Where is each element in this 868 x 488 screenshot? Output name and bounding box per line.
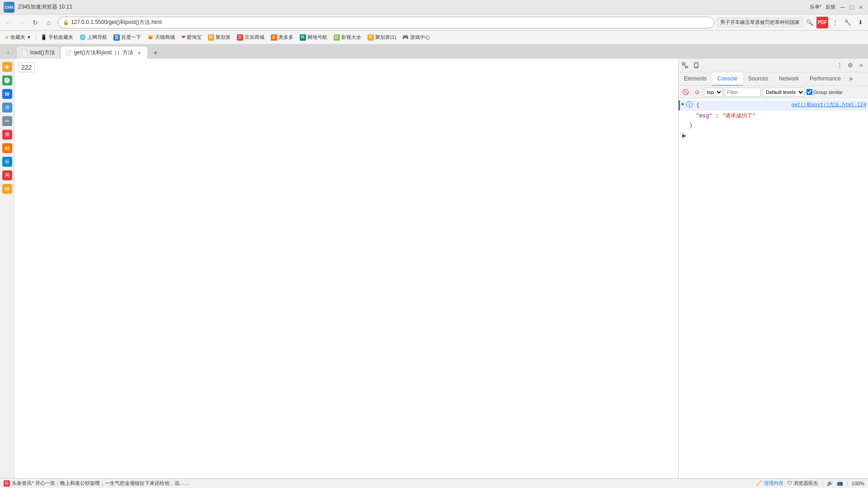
tab-get-post-title: get()方法和post（）方法 [74,49,133,56]
sidebar: ★ 🕐 W 传 ✏ 微 43 贴 网 58 [0,59,14,478]
page-content: 222 [14,59,678,478]
sidebar-item-weibo[interactable]: 微 [1,128,14,141]
console-filter-toggle[interactable]: ⊙ [692,87,702,97]
news-label: 头条资讯* [12,480,33,487]
word-icon: W [2,89,12,99]
content-area: ★ 🕐 W 传 ✏ 微 43 贴 网 58 222 [0,59,868,478]
devtools-tab-sources[interactable]: Sources [743,72,774,86]
devtools-panel: ⋮ ⚙ × Elements Console Sources Network P… [678,59,868,478]
group-similar-checkbox[interactable] [807,89,812,95]
bookmarks-bar: ★ 收藏夹 ▼ 📱 手机收藏夹 🌐 上网导航 百 百度一下 🐱 天猫商城 ❤ 爱… [0,31,868,44]
sidebar-item-transfer[interactable]: 传 [1,101,14,114]
news-content: 开心一笑：晚上和老公吵架哩，一生气把金项链扯下来还给他，说…… [35,480,189,487]
titlebar: 2345 2345加速浏览器 10.11 乐单* 反馈 ─ □ × [0,0,868,14]
console-toolbar: 🚫 ⊙ top Default levels Group similar [679,86,868,99]
statusbar: 新 头条资讯* 开心一笑：晚上和老公吵架哩，一生气把金项链扯下来还给他，说…… … [0,478,868,488]
address-bar[interactable]: 🔒 127.0.0.1:5500/get()和post()方法.html [58,17,714,28]
console-subline: "msg" : "请求成功了" [679,111,868,121]
star-icon: ★ [2,62,12,72]
console-clear-btn[interactable]: 🚫 [680,87,690,97]
minimize-button[interactable]: ─ [839,4,846,11]
console-close-brace: } [679,121,868,131]
devtools-inspect-btn[interactable] [680,61,690,70]
devtools-tab-performance[interactable]: Performance [804,72,846,86]
bookmark-taobao[interactable]: ❤ 爱淘宝 [179,33,204,42]
sidebar-item-clock[interactable]: 🕐 [1,74,14,87]
console-expand-arrow[interactable]: ▶ [682,132,686,139]
group-similar-label[interactable]: Group similar [807,89,843,95]
devtools-more-btn[interactable]: ⋮ [835,61,844,70]
sidebar-item-star[interactable]: ★ [1,61,14,73]
pdf-button[interactable]: PDF [816,17,828,28]
sidebar-item-net2[interactable]: 网 [1,169,14,182]
bookmark-net[interactable]: 网 网地号航 [297,33,330,42]
browser-logo: 2345 [4,2,14,13]
devtools-settings-btn[interactable]: ⚙ [845,61,855,70]
tie-icon: 贴 [2,157,12,167]
back-button[interactable]: ← [2,16,14,29]
bookmark-baidu[interactable]: 百 百度一下 [111,33,144,42]
home-button[interactable]: ⌂ [42,16,55,29]
new-tab-button[interactable]: + [150,47,161,59]
devtools-device-btn[interactable] [691,61,701,70]
devtools-close-btn[interactable]: × [856,61,866,70]
svg-rect-0 [683,63,685,65]
refresh-button[interactable]: ↻ [29,16,42,29]
divider1: | [822,481,823,486]
clear-cache-btn[interactable]: 🧹 清理内存 [756,480,783,487]
navbar: ← → ↻ ⌂ 🔒 127.0.0.1:5500/get()和post()方法.… [0,14,868,31]
bookmark-tmall[interactable]: 🐱 天猫商城 [145,33,178,42]
download-button[interactable]: ⬇ [854,17,866,28]
bookmark-ju2[interactable]: 聚 聚划算(1) [365,33,399,42]
bookmark-jd[interactable]: 京 京东商城 [234,33,267,42]
console-subline-text: "msg" : "请求成功了" [689,112,866,120]
devtools-tab-more[interactable]: » [846,72,856,86]
tab-load[interactable]: 📄 load()方法 [16,46,60,59]
titlebar-title: 2345加速浏览器 10.11 [18,3,810,11]
console-context-select[interactable]: top [704,88,723,97]
tab-get-post-icon: 📄 [65,50,72,56]
tab-nav-back[interactable]: ‹ [2,46,14,59]
window-controls: ─ □ × [839,4,864,11]
console-expand-btn[interactable]: ▶ [682,101,684,106]
tab-load-title: load()方法 [30,49,55,56]
screen-btn[interactable]: 📺 [837,480,843,486]
menu-button2[interactable]: 🔧 [842,17,854,28]
audio-btn[interactable]: 🔊 [827,480,833,486]
tab-get-post[interactable]: 📄 get()方法和post（）方法 × [60,46,148,59]
console-content: ▶ i { get()和post()方法.html:124 "msg" : "请… [679,99,868,478]
sidebar-item-tie[interactable]: 贴 [1,155,14,168]
sidebar-item-43[interactable]: 43 [1,142,14,155]
maximize-button[interactable]: □ [848,4,855,11]
tab-get-post-close[interactable]: × [136,49,143,56]
devtools-tab-console[interactable]: Console [712,72,743,86]
edit-icon: ✏ [2,116,12,126]
sidebar-item-edit[interactable]: ✏ [1,115,14,127]
console-location[interactable]: get()和post()方法.html:124 [792,101,866,108]
bookmark-ju[interactable]: 聚 聚划算 [205,33,233,42]
58-icon: 58 [2,184,12,194]
bookmark-game[interactable]: 🎮 游戏中心 [400,33,433,42]
console-entry-0: ▶ i { get()和post()方法.html:124 [679,100,868,111]
bookmark-mobile[interactable]: 📱 手机收藏夹 [38,33,76,42]
news-icon: 新 [4,480,10,487]
bookmarks-button[interactable]: ★ 收藏夹 ▼ [2,33,34,42]
sidebar-item-58[interactable]: 58 [1,183,14,195]
bookmark-nav[interactable]: 🌐 上网导航 [77,33,110,42]
console-filter-input[interactable] [725,88,761,97]
bookmark-video[interactable]: 影 影视大全 [331,33,364,42]
sidebar-item-word[interactable]: W [1,88,14,100]
console-levels-select[interactable]: Default levels [763,88,805,97]
browser-health-btn[interactable]: 🛡 浏览器医生 [787,480,818,487]
tabbar: ‹ 📄 load()方法 📄 get()方法和post（）方法 × + [0,44,868,59]
transfer-icon: 传 [2,103,12,113]
search-button[interactable]: 🔍 [804,17,816,28]
close-button[interactable]: × [857,4,864,11]
tab-load-icon: 📄 [21,50,28,56]
devtools-tab-elements[interactable]: Elements [679,72,712,86]
devtools-tab-network[interactable]: Network [774,72,804,86]
address-text: 127.0.0.1:5500/get()和post()方法.html [71,19,709,26]
forward-button[interactable]: → [15,16,28,29]
bookmark-duoduo[interactable]: 多 奥多多 [268,33,296,42]
menu-button1[interactable]: ⋮ [829,17,841,28]
